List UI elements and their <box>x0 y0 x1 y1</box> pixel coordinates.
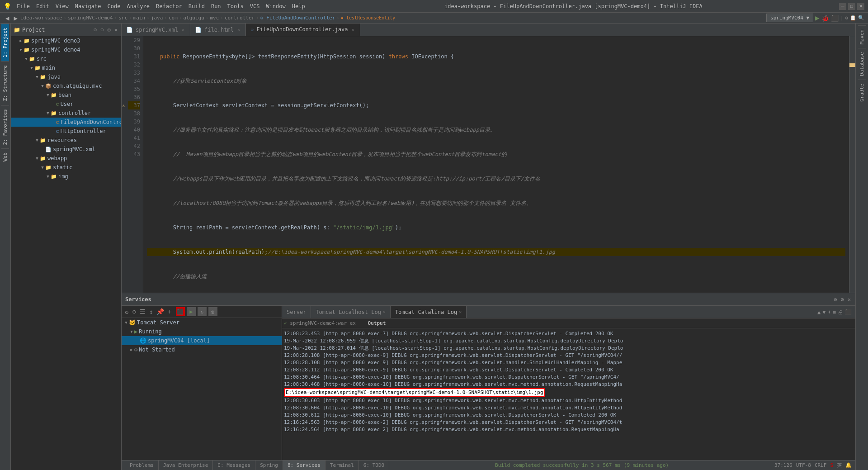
sidebar-tab-project[interactable]: 1: Project <box>1 24 9 61</box>
tab-close-java[interactable]: ✕ <box>351 27 355 33</box>
tab-fileupdown-java[interactable]: ☕ FileUpAndDownController.java ✕ <box>246 24 360 36</box>
breadcrumb-method[interactable]: ▪ testResponseEntity <box>341 15 395 20</box>
status-tab-todo[interactable]: 6: TODO <box>359 461 389 470</box>
toolbar-btn1[interactable]: ⚙ <box>845 15 848 21</box>
status-tab-spring[interactable]: Spring <box>255 461 283 470</box>
menu-analyze[interactable]: Analyze <box>124 2 152 10</box>
minimize-button[interactable]: ─ <box>839 3 846 10</box>
menu-run[interactable]: Run <box>208 2 224 10</box>
expand-all-icon[interactable]: ⊕ <box>93 26 98 34</box>
stop-log-icon[interactable]: ⬛ <box>845 309 852 315</box>
svc-add-icon[interactable]: + <box>166 308 173 316</box>
tree-item-springxml[interactable]: ▶ 📄 springMVC.xml <box>11 145 121 154</box>
menu-code[interactable]: Code <box>105 2 123 10</box>
stop-button[interactable]: ⬛ <box>831 14 839 22</box>
menu-tools[interactable]: Tools <box>225 2 246 10</box>
services-tree-springmvc04[interactable]: ▶ 🌐 springMVC04 [local] <box>122 336 282 345</box>
tree-item-pkg[interactable]: ▼ 📦 com.atguigu.mvc <box>11 81 121 90</box>
sidebar-tab-structure[interactable]: Z: Structure <box>1 61 9 104</box>
scroll-down-icon[interactable]: ▼ <box>822 309 826 315</box>
services-tree-notstarted[interactable]: ▶ ⚙ Not Started <box>122 345 282 354</box>
right-tab-maven[interactable]: Maven <box>858 25 866 48</box>
settings-services-icon[interactable]: ⚙ <box>833 295 838 304</box>
clear-button[interactable]: 🗑 <box>208 307 217 316</box>
menu-file[interactable]: File <box>14 2 33 10</box>
status-tab-services[interactable]: 8: Services <box>283 461 326 470</box>
right-tab-database[interactable]: Database <box>858 48 866 80</box>
breadcrumb-workspace[interactable]: idea-workspace <box>20 15 62 21</box>
tab-springmvc-xml[interactable]: 📄 springMVC.xml ✕ <box>122 24 190 36</box>
run-config-dropdown[interactable]: springMVC04 ▼ <box>766 14 813 22</box>
status-tab-terminal[interactable]: Terminal <box>326 461 359 470</box>
settings-icon[interactable]: ⚙ <box>107 26 112 34</box>
breadcrumb-demo4[interactable]: springMVC-demo4 <box>68 15 113 21</box>
menu-vcs[interactable]: VCS <box>247 2 263 10</box>
breadcrumb-src[interactable]: src <box>118 15 127 21</box>
localhost-tab-close[interactable]: ✕ <box>383 309 386 314</box>
restart-server-button[interactable]: ▶ <box>187 307 196 316</box>
scroll-up-icon[interactable]: ▲ <box>817 309 821 315</box>
right-tab-gradle[interactable]: Gradle <box>858 80 866 105</box>
toolbar-btn2[interactable]: 📋 <box>850 15 856 21</box>
code-content[interactable]: public ResponseEntity<byte[]> testRespon… <box>143 36 849 293</box>
notification-icon[interactable]: 🔔 <box>845 462 852 468</box>
status-tab-problems[interactable]: Problems <box>125 461 159 470</box>
stop-server-button[interactable]: ⬛ <box>176 307 185 316</box>
nav-forward-icon[interactable]: ▶ <box>12 14 19 22</box>
breadcrumb-atguigu[interactable]: atguigu <box>183 15 204 21</box>
menu-refactor[interactable]: Refactor <box>153 2 185 10</box>
services-tree-tomcat[interactable]: ▼ 🐱 Tomcat Server <box>122 318 282 327</box>
services-tab-localhost-log[interactable]: Tomcat Localhost Log ✕ <box>311 306 391 318</box>
tree-item-img[interactable]: ▼ 📁 img <box>11 172 121 181</box>
window-controls[interactable]: ─ □ ✕ <box>839 3 864 10</box>
sync-button[interactable]: ↻ <box>198 307 207 316</box>
maximize-button[interactable]: □ <box>848 3 855 10</box>
menu-help[interactable]: Help <box>289 2 308 10</box>
tab-close-springmvc[interactable]: ✕ <box>181 27 185 33</box>
nav-back-icon[interactable]: ◀ <box>4 14 11 22</box>
menu-bar[interactable]: File Edit View Navigate Code Analyze Ref… <box>14 2 308 10</box>
menu-navigate[interactable]: Navigate <box>72 2 104 10</box>
breadcrumb-com[interactable]: com <box>169 15 178 21</box>
tree-item-user[interactable]: ▶ © User <box>11 100 121 109</box>
svc-collapse-icon[interactable]: ⊖ <box>131 308 137 316</box>
encoding[interactable]: CRLF <box>815 462 827 468</box>
svc-sort-icon[interactable]: ↕ <box>148 308 154 316</box>
menu-edit[interactable]: Edit <box>33 2 52 10</box>
svc-filter-icon[interactable]: ☰ <box>138 308 147 316</box>
tab-file-html[interactable]: 📄 file.html ✕ <box>190 24 246 36</box>
tree-item-bean[interactable]: ▼ 📁 bean <box>11 90 121 100</box>
tree-item-demo3[interactable]: ▶ 📁 springMVC-demo3 <box>11 36 121 45</box>
tree-item-java[interactable]: ▼ 📁 java <box>11 72 121 81</box>
tree-item-static[interactable]: ▼ 📁 static <box>11 163 121 172</box>
status-tab-enterprise[interactable]: Java Enterprise <box>159 461 213 470</box>
close-panel-icon[interactable]: ✕ <box>113 26 118 34</box>
breadcrumb-main[interactable]: main <box>133 15 146 21</box>
collapse-all-icon[interactable]: ⊖ <box>99 26 104 34</box>
menu-build[interactable]: Build <box>186 2 208 10</box>
tab-close-html[interactable]: ✕ <box>236 27 241 33</box>
tree-item-webapp[interactable]: ▼ 📁 webapp <box>11 154 121 163</box>
breadcrumb-java[interactable]: java <box>151 15 163 21</box>
close-services-icon[interactable]: ✕ <box>847 295 852 304</box>
tree-item-main[interactable]: ▼ 📁 main <box>11 63 121 72</box>
menu-window[interactable]: Window <box>263 2 288 10</box>
status-tab-messages[interactable]: 0: Messages <box>213 461 255 470</box>
scroll-end-icon[interactable]: ⬇ <box>828 309 831 315</box>
services-tab-server[interactable]: Server <box>282 306 311 318</box>
clear-log-icon[interactable]: ≡ <box>833 309 836 315</box>
debug-button[interactable]: 🐞 <box>821 14 829 22</box>
svc-pin-icon[interactable]: 📌 <box>155 308 165 316</box>
tree-item-fileupdown[interactable]: ▶ © FileUpAndDownController <box>11 118 121 127</box>
catalina-tab-close[interactable]: ✕ <box>459 309 462 314</box>
line-ending[interactable]: UTF-8 <box>796 462 811 468</box>
breadcrumb-file-class[interactable]: ⚙ FileUpAndDownController <box>260 15 335 21</box>
close-button[interactable]: ✕ <box>857 3 864 10</box>
breadcrumb-controller[interactable]: controller <box>225 15 255 21</box>
print-log-icon[interactable]: 🖨 <box>838 309 843 315</box>
services-tree-running[interactable]: ▼ ▶ Running <box>122 327 282 336</box>
sidebar-tab-web[interactable]: Web <box>1 148 9 165</box>
output-area[interactable]: 12:08:23.453 [http-apr-8080-exec-7] DEBU… <box>282 328 855 460</box>
gear-services-icon[interactable]: ⚙ <box>840 295 845 304</box>
sidebar-tab-favorites[interactable]: 2: Favorites <box>1 105 9 148</box>
